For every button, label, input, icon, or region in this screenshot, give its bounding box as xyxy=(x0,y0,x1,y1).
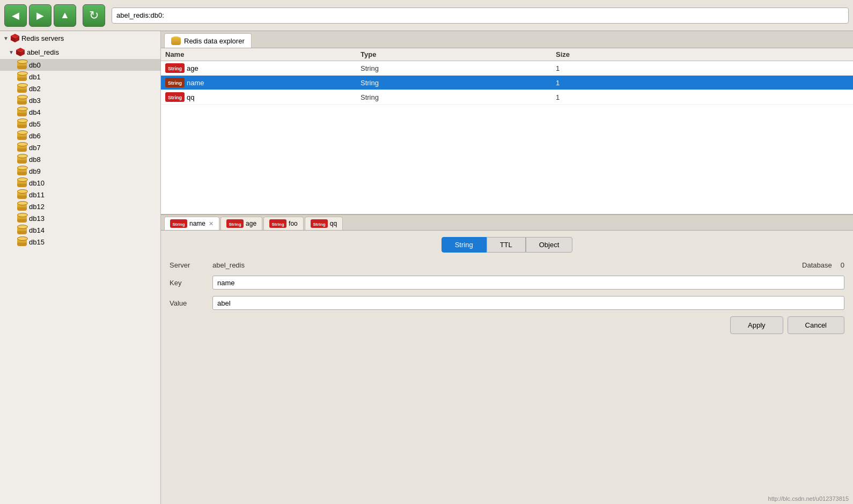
db8-label: db8 xyxy=(29,155,41,164)
up-button[interactable]: ▲ xyxy=(54,4,76,27)
bottom-panel: String name ✕ String age xyxy=(161,214,853,504)
back-button[interactable]: ◀ xyxy=(4,4,27,27)
key-tab-qq[interactable]: String qq xyxy=(305,217,343,230)
row-name-size: 1 xyxy=(556,79,653,87)
forward-button[interactable]: ▶ xyxy=(29,4,52,27)
row-age-name: age xyxy=(187,64,198,72)
sidebar-item-db1[interactable]: db1 xyxy=(0,71,160,83)
row-age-size: 1 xyxy=(556,64,653,72)
tree-toggle-icon: ▼ xyxy=(3,35,9,41)
database-label: Database xyxy=(802,261,832,269)
abel-redis-label: abel_redis xyxy=(27,48,59,56)
db3-icon xyxy=(17,96,27,105)
abel-redis-icon xyxy=(15,47,26,57)
content-area: Redis data explorer Name Type Size Strin… xyxy=(161,31,853,504)
row-name-cell: String qq xyxy=(165,92,361,102)
type-tab-bar: String TTL Object xyxy=(170,237,844,253)
header-type: Type xyxy=(361,50,556,58)
db12-icon xyxy=(17,202,27,211)
db1-icon xyxy=(17,72,27,81)
explorer-tab-bar: Redis data explorer xyxy=(161,31,853,48)
explorer-tab[interactable]: Redis data explorer xyxy=(164,33,252,48)
redis-servers-label: Redis servers xyxy=(21,34,64,42)
sidebar-item-db2[interactable]: db2 xyxy=(0,83,160,94)
sidebar-item-db4[interactable]: db4 xyxy=(0,106,160,118)
db9-label: db9 xyxy=(29,167,41,175)
server-row: Server abel_redis Database 0 xyxy=(170,261,844,269)
string-badge-name-icon: String xyxy=(165,78,185,87)
key-tab-foo-label: foo xyxy=(289,220,298,227)
sidebar-item-db14[interactable]: db14 xyxy=(0,224,160,236)
type-tab-string[interactable]: String xyxy=(442,237,487,253)
table-header: Name Type Size xyxy=(161,48,853,61)
sidebar-item-db5[interactable]: db5 xyxy=(0,118,160,130)
sidebar-item-db10[interactable]: db10 xyxy=(0,177,160,189)
svg-text:String: String xyxy=(313,222,325,227)
db15-label: db15 xyxy=(29,238,45,246)
toolbar: ◀ ▶ ▲ ↻ xyxy=(0,0,853,31)
sidebar-item-db9[interactable]: db9 xyxy=(0,165,160,177)
db10-icon xyxy=(17,179,27,187)
svg-text:String: String xyxy=(168,95,182,100)
up-icon: ▲ xyxy=(60,10,70,21)
table-row[interactable]: String name String 1 xyxy=(161,76,853,90)
db13-icon xyxy=(17,214,27,223)
sidebar-item-abel-redis[interactable]: ▼ abel_redis xyxy=(0,45,160,59)
key-tab-name-label: name xyxy=(189,220,205,227)
redis-servers-icon xyxy=(10,33,20,43)
key-tab-name-badge-icon: String xyxy=(170,219,187,228)
key-tab-foo[interactable]: String foo xyxy=(263,217,304,230)
sidebar-item-db7[interactable]: db7 xyxy=(0,142,160,153)
row-qq-name: qq xyxy=(187,93,194,101)
key-tab-name-close[interactable]: ✕ xyxy=(209,220,214,227)
db6-label: db6 xyxy=(29,132,41,140)
db14-icon xyxy=(17,226,27,234)
db8-icon xyxy=(17,155,27,164)
explorer-tab-db-icon xyxy=(171,36,181,45)
sidebar-item-db8[interactable]: db8 xyxy=(0,153,160,165)
data-table: Name Type Size String age String 1 xyxy=(161,48,853,214)
type-tab-object[interactable]: Object xyxy=(526,237,573,253)
db11-label: db11 xyxy=(29,191,45,199)
sidebar-item-db15[interactable]: db15 xyxy=(0,236,160,248)
svg-text:String: String xyxy=(168,80,182,86)
db5-label: db5 xyxy=(29,120,41,128)
sidebar-item-db13[interactable]: db13 xyxy=(0,212,160,224)
forward-icon: ▶ xyxy=(36,10,44,21)
key-input[interactable] xyxy=(212,276,844,290)
row-name-type: String xyxy=(361,79,556,87)
button-row: Apply Cancel xyxy=(170,316,844,334)
apply-button[interactable]: Apply xyxy=(730,316,783,334)
row-name-cell: String age xyxy=(165,63,361,73)
tree-toggle-abel-icon: ▼ xyxy=(9,49,14,55)
sidebar-item-db0[interactable]: db0 xyxy=(0,59,160,71)
sidebar-item-db6[interactable]: db6 xyxy=(0,130,160,142)
sidebar-item-redis-servers[interactable]: ▼ Redis servers xyxy=(0,31,160,45)
address-input[interactable] xyxy=(112,8,849,24)
sidebar-item-db12[interactable]: db12 xyxy=(0,201,160,212)
db4-icon xyxy=(17,108,27,116)
database-value: 0 xyxy=(841,261,844,269)
value-label: Value xyxy=(170,299,212,307)
value-input[interactable] xyxy=(212,296,844,310)
svg-text:String: String xyxy=(172,222,185,227)
db5-icon xyxy=(17,120,27,128)
cancel-button[interactable]: Cancel xyxy=(788,316,844,334)
table-row[interactable]: String qq String 1 xyxy=(161,90,853,105)
sidebar-item-db3[interactable]: db3 xyxy=(0,94,160,106)
watermark: http://blc.csdn.net/u012373815 xyxy=(768,495,849,502)
db11-icon xyxy=(17,190,27,199)
refresh-button[interactable]: ↻ xyxy=(83,4,105,27)
type-tab-ttl[interactable]: TTL xyxy=(487,237,526,253)
row-name-cell: String name xyxy=(165,78,361,87)
string-badge-age-icon: String xyxy=(165,63,185,73)
key-tab-age[interactable]: String age xyxy=(220,217,262,230)
header-extra xyxy=(653,50,849,58)
row-qq-type: String xyxy=(361,93,556,101)
key-tab-foo-badge-icon: String xyxy=(269,219,286,228)
sidebar-item-db11[interactable]: db11 xyxy=(0,189,160,201)
key-tab-name[interactable]: String name ✕ xyxy=(164,217,219,230)
server-value: abel_redis xyxy=(212,261,245,269)
table-row[interactable]: String age String 1 xyxy=(161,61,853,76)
db12-label: db12 xyxy=(29,203,45,211)
